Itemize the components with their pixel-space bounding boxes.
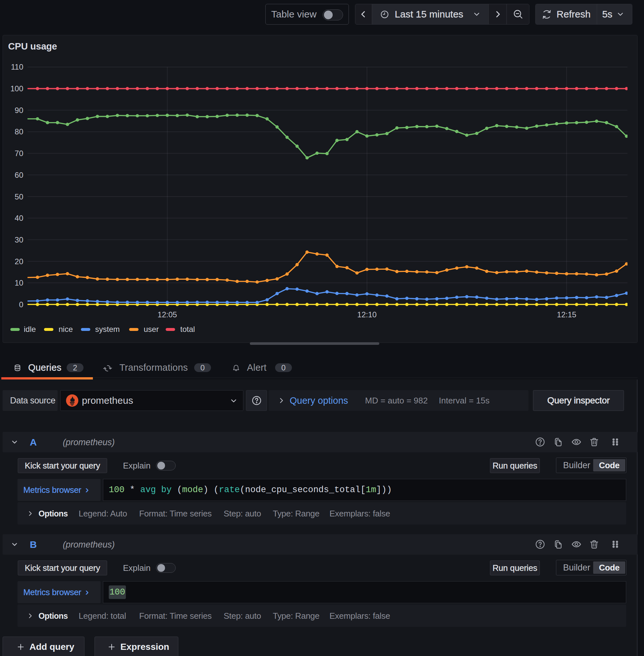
svg-text:10: 10 <box>15 279 23 287</box>
svg-text:12:05: 12:05 <box>158 310 177 319</box>
svg-text:30: 30 <box>15 235 23 244</box>
svg-text:20: 20 <box>15 257 23 266</box>
svg-text:40: 40 <box>15 214 23 222</box>
svg-text:50: 50 <box>15 192 23 201</box>
svg-text:100: 100 <box>10 84 23 93</box>
svg-text:80: 80 <box>15 127 23 136</box>
svg-text:12:10: 12:10 <box>357 310 377 319</box>
svg-text:12:15: 12:15 <box>557 310 576 319</box>
svg-text:70: 70 <box>15 149 23 158</box>
svg-text:60: 60 <box>15 171 23 179</box>
svg-text:110: 110 <box>11 63 23 71</box>
svg-text:0: 0 <box>19 300 23 309</box>
svg-text:90: 90 <box>15 106 23 115</box>
